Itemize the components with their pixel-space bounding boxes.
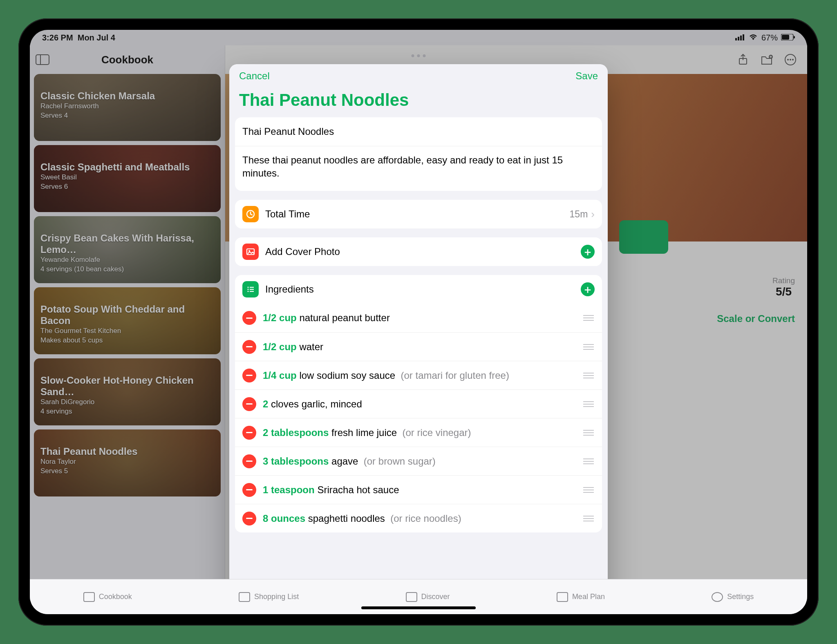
- svg-rect-19: [250, 289, 254, 290]
- ingredient-text: 1/2 cup water: [263, 341, 578, 353]
- home-indicator[interactable]: [361, 606, 476, 609]
- delete-ingredient-button[interactable]: [242, 512, 256, 525]
- ingredient-row[interactable]: 1/4 cup low sodium soy sauce (or tamari …: [235, 361, 602, 389]
- ingredient-note: (or rice noodles): [390, 513, 461, 524]
- ingredient-text: 1 teaspoon Sriracha hot sauce: [263, 484, 578, 496]
- add-cover-label: Add Cover Photo: [265, 246, 581, 257]
- shopping-icon: [239, 592, 250, 602]
- chevron-right-icon: ›: [591, 208, 595, 221]
- ingredient-text: 2 tablespoons fresh lime juice (or rice …: [263, 427, 578, 438]
- meal-plan-icon: [557, 592, 568, 602]
- total-time-value: 15m: [570, 209, 588, 220]
- modal-title: Thai Peanut Noodles: [229, 88, 608, 117]
- drag-handle-icon[interactable]: [582, 401, 595, 407]
- delete-ingredient-button[interactable]: [242, 454, 256, 468]
- clock-icon: [242, 206, 259, 222]
- recipe-name-value: Thai Peanut Noodles: [242, 126, 595, 137]
- multitask-dots[interactable]: [412, 54, 426, 57]
- svg-rect-17: [250, 287, 254, 288]
- delete-ingredient-button[interactable]: [242, 397, 256, 411]
- drag-handle-icon[interactable]: [582, 487, 595, 493]
- cookbook-icon: [83, 592, 95, 602]
- discover-icon: [406, 592, 417, 602]
- ingredient-text: 8 ounces spaghetti noodles (or rice nood…: [263, 513, 578, 524]
- ingredient-name: spaghetti noodles: [308, 513, 385, 524]
- drag-handle-icon[interactable]: [582, 315, 595, 321]
- delete-ingredient-button[interactable]: [242, 426, 256, 440]
- drag-handle-icon[interactable]: [582, 458, 595, 464]
- ingredient-qty: 8 ounces: [263, 513, 305, 524]
- ipad-frame: 3:26 PM Mon Jul 4 67%: [18, 18, 819, 626]
- ingredient-qty: 1/2 cup: [263, 341, 297, 352]
- svg-point-20: [247, 291, 248, 292]
- ingredient-name: low sodium soy sauce: [299, 370, 395, 381]
- ingredient-row[interactable]: 2 cloves garlic, minced: [235, 389, 602, 418]
- screen: 3:26 PM Mon Jul 4 67%: [30, 30, 807, 614]
- total-time-label: Total Time: [265, 208, 570, 220]
- ingredient-text: 1/4 cup low sodium soy sauce (or tamari …: [263, 370, 578, 381]
- ingredient-name: agave: [331, 456, 358, 467]
- ingredient-note: (or tamari for gluten free): [401, 370, 509, 381]
- ingredient-name: Sriracha hot sauce: [317, 484, 399, 495]
- ingredient-note: (or brown sugar): [364, 456, 436, 467]
- delete-ingredient-button[interactable]: [242, 340, 256, 354]
- drag-handle-icon[interactable]: [582, 516, 595, 521]
- recipe-name-field[interactable]: Thai Peanut Noodles: [235, 117, 602, 146]
- ingredient-text: 1/2 cup natural peanut butter: [263, 312, 578, 324]
- ingredient-qty: 3 tablespoons: [263, 456, 329, 467]
- ingredients-header: Ingredients ＋: [235, 275, 602, 304]
- modal-header: Cancel Save: [229, 64, 608, 88]
- drag-handle-icon[interactable]: [582, 373, 595, 378]
- ingredients-card: Ingredients ＋ 1/2 cup natural peanut but…: [235, 275, 602, 532]
- drag-handle-icon[interactable]: [582, 344, 595, 350]
- ingredient-name: water: [299, 341, 323, 352]
- tab-settings[interactable]: Settings: [712, 592, 754, 602]
- add-cover-plus-button[interactable]: ＋: [581, 245, 595, 259]
- tab-cookbook[interactable]: Cookbook: [83, 592, 132, 602]
- total-time-row[interactable]: Total Time 15m ›: [235, 200, 602, 228]
- ingredient-qty: 1 teaspoon: [263, 484, 315, 495]
- list-icon: [242, 281, 259, 297]
- ingredient-qty: 1/2 cup: [263, 312, 297, 323]
- ingredient-name: cloves garlic, minced: [271, 398, 362, 409]
- ingredient-row[interactable]: 2 tablespoons fresh lime juice (or rice …: [235, 418, 602, 447]
- recipe-description-field[interactable]: These thai peanut noodles are affordable…: [235, 146, 602, 191]
- ingredient-name: natural peanut butter: [299, 312, 390, 323]
- ingredient-qty: 1/4 cup: [263, 370, 297, 381]
- tab-discover[interactable]: Discover: [406, 592, 450, 602]
- ingredient-row[interactable]: 1 teaspoon Sriracha hot sauce: [235, 475, 602, 504]
- add-cover-photo-row[interactable]: Add Cover Photo ＋: [235, 237, 602, 266]
- save-button[interactable]: Save: [575, 70, 598, 82]
- edit-recipe-modal: Cancel Save Thai Peanut Noodles Thai Pea…: [229, 64, 608, 608]
- ingredient-row[interactable]: 1/2 cup water: [235, 332, 602, 361]
- cancel-button[interactable]: Cancel: [239, 70, 270, 82]
- settings-icon: [712, 592, 723, 602]
- ingredient-qty: 2: [263, 398, 268, 409]
- add-ingredient-button[interactable]: ＋: [581, 282, 595, 296]
- photo-icon: [242, 244, 259, 260]
- tab-shopping[interactable]: Shopping List: [239, 592, 299, 602]
- total-time-card: Total Time 15m ›: [235, 200, 602, 228]
- ingredient-qty: 2 tablespoons: [263, 427, 329, 438]
- ingredient-name: fresh lime juice: [331, 427, 397, 438]
- cover-photo-card: Add Cover Photo ＋: [235, 237, 602, 266]
- svg-point-18: [247, 288, 248, 290]
- svg-point-16: [247, 286, 248, 288]
- ingredient-text: 2 cloves garlic, minced: [263, 398, 578, 410]
- drag-handle-icon[interactable]: [582, 430, 595, 436]
- ingredient-text: 3 tablespoons agave (or brown sugar): [263, 456, 578, 467]
- ingredients-label: Ingredients: [265, 284, 581, 295]
- ingredient-note: (or rice vinegar): [402, 427, 471, 438]
- svg-rect-21: [250, 291, 254, 292]
- delete-ingredient-button[interactable]: [242, 483, 256, 497]
- ingredient-row[interactable]: 1/2 cup natural peanut butter: [235, 304, 602, 332]
- tab-meal-plan[interactable]: Meal Plan: [557, 592, 605, 602]
- ingredient-row[interactable]: 3 tablespoons agave (or brown sugar): [235, 447, 602, 475]
- name-description-card: Thai Peanut Noodles These thai peanut no…: [235, 117, 602, 191]
- delete-ingredient-button[interactable]: [242, 311, 256, 325]
- ingredient-row[interactable]: 8 ounces spaghetti noodles (or rice nood…: [235, 504, 602, 532]
- delete-ingredient-button[interactable]: [242, 369, 256, 382]
